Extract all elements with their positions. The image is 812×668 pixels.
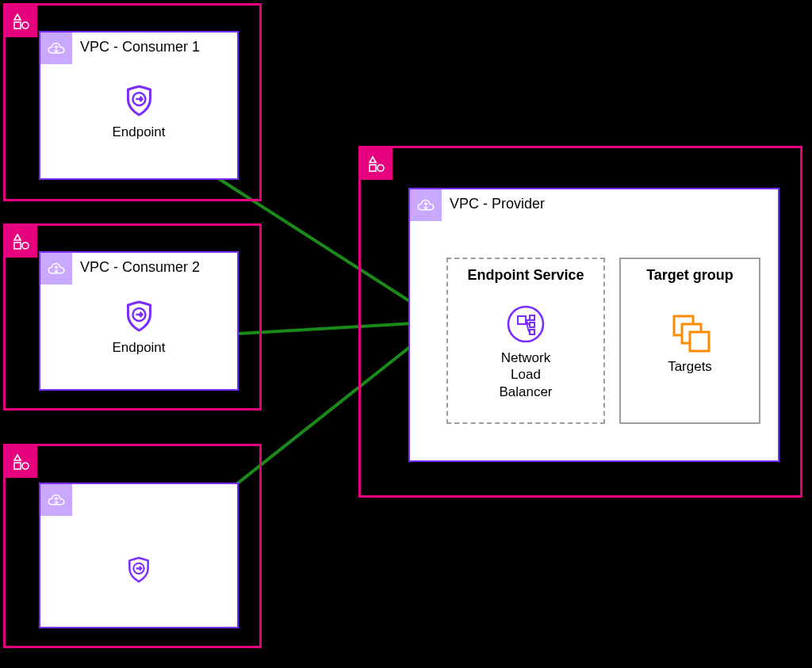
svg-rect-13 <box>530 315 534 320</box>
vpc-title: VPC - Provider <box>450 196 545 212</box>
endpoint-icon <box>120 297 158 335</box>
endpoint-service-title: Endpoint Service <box>448 267 603 284</box>
region-provider: VPC - Provider Endpoint Service Network … <box>358 146 802 498</box>
region-consumer-2: VPC - Consumer 2 Endpoint <box>3 223 262 410</box>
endpoint-service-box: Endpoint Service Network Load Balancer <box>446 258 605 424</box>
region-icon <box>6 6 37 37</box>
svg-point-4 <box>22 242 29 249</box>
region-icon <box>6 446 37 478</box>
vpc-icon <box>40 253 72 284</box>
endpoint-consumer-1: Endpoint <box>112 82 165 140</box>
vpc-icon <box>40 32 72 64</box>
svg-rect-14 <box>530 323 534 327</box>
targets-label: Targets <box>668 359 712 375</box>
vpc-icon <box>40 484 72 516</box>
vpc-consumer-1: VPC - Consumer 1 Endpoint <box>39 31 239 180</box>
endpoint-label: Endpoint <box>112 340 165 356</box>
vpc-provider: VPC - Provider Endpoint Service Network … <box>408 188 779 462</box>
vpc-consumer-2: VPC - Consumer 2 Endpoint <box>39 251 239 391</box>
region-consumer-1: VPC - Consumer 1 Endpoint <box>3 3 262 201</box>
vpc-title: VPC - Consumer 1 <box>80 39 200 55</box>
endpoint-label: Endpoint <box>112 124 165 140</box>
vpc-title: VPC - Consumer 2 <box>80 259 200 276</box>
load-balancer-icon <box>505 303 546 345</box>
target-group-box: Target group Targets <box>619 258 760 424</box>
svg-rect-18 <box>690 332 709 351</box>
svg-rect-9 <box>370 165 376 171</box>
svg-point-10 <box>377 165 384 171</box>
svg-rect-15 <box>530 330 534 334</box>
svg-rect-3 <box>14 242 21 249</box>
target-group-title: Target group <box>621 267 759 284</box>
nlb-label: Network Load Balancer <box>487 349 565 400</box>
endpoint-consumer-3 <box>123 554 155 590</box>
network-load-balancer: Network Load Balancer <box>487 303 565 400</box>
svg-point-7 <box>22 463 29 469</box>
svg-rect-0 <box>14 22 21 29</box>
region-consumer-3 <box>3 444 262 648</box>
endpoint-icon <box>123 554 155 586</box>
vpc-icon <box>410 189 442 221</box>
targets-icon <box>668 310 712 354</box>
region-icon <box>361 148 393 180</box>
region-icon <box>6 226 37 258</box>
endpoint-consumer-2: Endpoint <box>112 297 165 356</box>
svg-rect-12 <box>518 316 526 324</box>
endpoint-icon <box>120 82 158 120</box>
vpc-consumer-3 <box>39 483 239 628</box>
svg-rect-6 <box>14 463 21 469</box>
svg-point-1 <box>22 22 29 29</box>
targets: Targets <box>668 310 712 375</box>
